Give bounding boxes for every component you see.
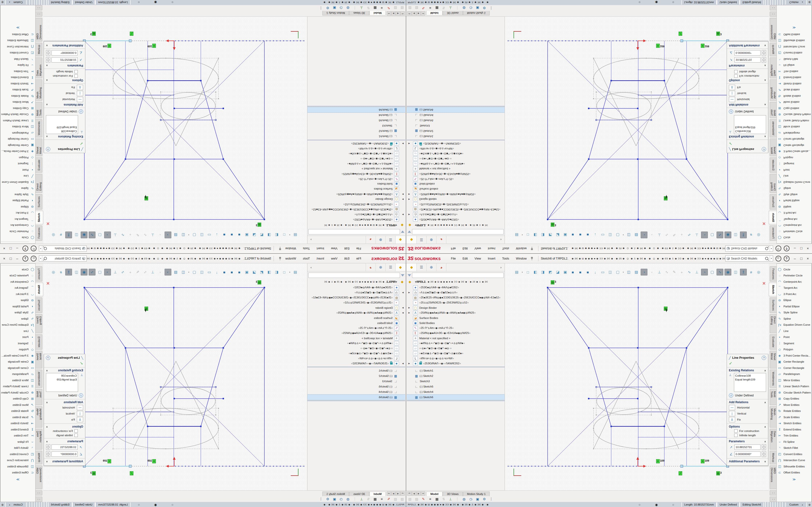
- sketch-tool-item[interactable]: ◫ Silhouette Entities: [0, 463, 35, 469]
- view-toolbar-icon[interactable]: ▤: [292, 269, 298, 275]
- sketch-tool-item[interactable]: ◝ Sketch Fillet: [0, 445, 35, 451]
- sketch-tool-item[interactable]: ⌣ Fit Spline: [777, 439, 812, 445]
- view-toolbar-icon[interactable]: ◨: [266, 232, 272, 238]
- help-icon[interactable]: ?: [762, 147, 766, 151]
- bottom-toolbar-icon[interactable]: ⇅: [366, 497, 371, 501]
- sketch-tool-item[interactable]: ◫ Silhouette Entities: [777, 38, 812, 44]
- sketch-tool-item[interactable]: ▪ Point: [0, 167, 35, 173]
- tab-nav-button[interactable]: ⏭: [387, 491, 391, 496]
- spinner[interactable]: ▲▼: [762, 50, 766, 56]
- view-toolbar-icon[interactable]: ■: [577, 269, 583, 275]
- tree-splitter[interactable]: [307, 400, 405, 401]
- view-toolbar-icon[interactable]: ▢: [709, 269, 715, 275]
- tab-nav-button[interactable]: ◀: [396, 11, 400, 16]
- search-box[interactable]: Search CAD Models ▾: [39, 245, 87, 251]
- sketch-tool-item[interactable]: ◌ Perimeter Circle: [0, 228, 35, 235]
- tree-row[interactable]: ▶ ★ ○253Є♣◎ΛΑΦ○◉○ΦΑΛ◎♣Є352○: [407, 217, 505, 222]
- relation-badge[interactable]: = 109: [701, 44, 709, 48]
- tab-nav-button[interactable]: ⏭: [421, 11, 425, 16]
- command-manager-tab[interactable]: Sheet Metal: [36, 351, 42, 369]
- window-control-button[interactable]: □: [800, 257, 802, 261]
- search-box[interactable]: Search CAD Models ▾: [725, 245, 773, 251]
- tree-row[interactable]: ▶ ◷ ○Λ♙◎♣25◉Ƨ○◉○Ƨ◉52♣◎♙Λ○: [307, 212, 405, 217]
- sketch-tool-item[interactable]: ◰ Convert Entities: [0, 451, 35, 457]
- sketch-tool-item[interactable]: ↧ Extend Entities: [0, 427, 35, 433]
- sketch-tool-item[interactable]: ◈ 3 Point Center Recta...: [0, 352, 35, 359]
- section-existing-relations[interactable]: Existing Relations ∧: [46, 369, 83, 372]
- view-toolbar-icon[interactable]: ▢: [97, 232, 103, 238]
- tab-nav-button[interactable]: ▶: [416, 491, 421, 496]
- bottom-toolbar-icon[interactable]: ▦: [434, 497, 440, 501]
- view-toolbar-icon[interactable]: ◎: [50, 269, 57, 275]
- command-manager-tab[interactable]: Mesh Modeling: [36, 79, 42, 101]
- tree-row[interactable]: ▶ ✎ ○25·Ո*♙Αm○◉○mΑ♙*Ո·25○: [307, 176, 405, 181]
- command-manager-tab[interactable]: Mesh Modeling: [36, 406, 42, 428]
- relation-badge[interactable]: = 109: [148, 44, 156, 48]
- chevron-up-icon[interactable]: ∧: [764, 64, 766, 67]
- sketch-tool-item[interactable]: ↗ Move Entities: [777, 99, 812, 106]
- sketch-row[interactable]: ▦ (-) Sketch2: [407, 373, 505, 379]
- view-toolbar-icon[interactable]: ◫: [73, 232, 80, 238]
- sketch-tool-item[interactable]: ✂ Trim Entities: [0, 68, 35, 74]
- sketch-tool-item[interactable]: ↗ Move Entities: [0, 402, 35, 408]
- view-toolbar-icon[interactable]: ■: [221, 232, 227, 238]
- sketch-tool-item[interactable]: ◯ Circle: [777, 266, 812, 273]
- tab-displaymanager[interactable]: ◕: [437, 236, 446, 243]
- view-toolbar-icon[interactable]: ▤: [514, 232, 520, 238]
- relation-badge[interactable]: ╱: [130, 32, 134, 36]
- view-toolbar-icon[interactable]: ⊥: [112, 269, 118, 275]
- view-toolbar-icon[interactable]: ▫: [157, 232, 163, 238]
- sketch-tool-item[interactable]: ◝ Sketch Fillet: [777, 445, 812, 451]
- view-toolbar-icon[interactable]: ▨: [172, 269, 179, 275]
- sketch-tool-item[interactable]: ◠ Centerpoint Arc: [0, 279, 35, 285]
- spinner[interactable]: ▲▼: [762, 444, 766, 450]
- bottom-toolbar-icon[interactable]: ◷: [468, 6, 473, 10]
- tree-row[interactable]: ▶ ◔ ○25♙◎25ИNЗЄ25○◉○25ЄЗNИ52◎♙52○: [307, 300, 405, 305]
- expander-icon[interactable]: ▶: [408, 198, 410, 201]
- view-toolbar-icon[interactable]: ■: [229, 269, 235, 275]
- sketch-row[interactable]: ∟ (-) Sketch5: [307, 384, 405, 389]
- view-toolbar-icon[interactable]: ▾: [188, 232, 190, 238]
- sketch-row[interactable]: ∟ (-) Sketch1: [407, 134, 505, 139]
- checkbox[interactable]: [734, 70, 738, 73]
- menu-item[interactable]: File: [356, 257, 361, 261]
- sketch-tool-item[interactable]: ⋂ Intersection Curve: [777, 44, 812, 50]
- sketch-tool-item[interactable]: ◈ 3 Point Center Recta...: [777, 149, 812, 155]
- account-icon[interactable]: [31, 246, 37, 251]
- chevron-up-icon[interactable]: ∧: [46, 401, 48, 404]
- bottom-toolbar-icon[interactable]: ✎: [386, 6, 391, 10]
- quick-access-garbled-icons[interactable]: ◉ · ◉ Є5 ◉ ♙ ◉ ƆƆ ◉ · ◉ ЗЄ ◉ ƆƆ ◉ ♣ ◉ ◉ …: [87, 258, 155, 260]
- section-add-relations[interactable]: Add Relations ∧: [729, 400, 766, 404]
- window-control-button[interactable]: ×: [3, 257, 5, 261]
- menu-item[interactable]: View: [331, 257, 338, 261]
- relation-badge[interactable]: = 109: [148, 459, 156, 463]
- command-manager-tab[interactable]: Direct Editing: [36, 314, 42, 333]
- bottom-toolbar-icon[interactable]: ▧: [407, 497, 412, 501]
- command-manager-tab[interactable]: Weldments: [36, 370, 42, 388]
- quick-access-garbled-icons[interactable]: ◉ ♙ ◉ ЗЄ ◉ · ◉: [631, 247, 651, 250]
- sketch-tool-item[interactable]: ⇥ Stretch Entities: [777, 80, 812, 87]
- tree-row[interactable]: ▶ ▢ Design Binder: [307, 197, 405, 202]
- sketch-row[interactable]: ∟ (-) Sketch4: [307, 389, 405, 394]
- view-toolbar-icon[interactable]: ✎: [671, 269, 677, 275]
- view-toolbar-icon[interactable]: ↓: [592, 232, 598, 238]
- document-tab[interactable]: 3D Views: [349, 492, 369, 496]
- sketch-tool-item[interactable]: ◝ Sketch Fillet: [777, 56, 812, 62]
- tab-propertymanager[interactable]: ☰: [417, 236, 426, 243]
- relation-badge[interactable]: ▨ 3: [90, 471, 96, 475]
- tab-displaymanager[interactable]: ◕: [437, 264, 446, 271]
- add-relation-row[interactable]: — Horizontal: [729, 405, 766, 410]
- expander-icon[interactable]: ▶: [402, 193, 404, 195]
- sketch-row[interactable]: ▦ (-) Sketch2: [307, 128, 405, 134]
- view-toolbar-icon[interactable]: #: [58, 232, 64, 238]
- sketch-tool-item[interactable]: ╱ Line: [777, 173, 812, 179]
- relation-type-icon[interactable]: ⚓: [77, 417, 83, 422]
- tab-nav-button[interactable]: ⏭: [421, 491, 425, 496]
- sketch-tool-item[interactable]: ⊖ Ellipse: [0, 297, 35, 303]
- view-toolbar-icon[interactable]: +: [127, 232, 134, 238]
- relation-badge[interactable]: ▨ 3: [551, 280, 556, 284]
- view-toolbar-icon[interactable]: ◫: [73, 269, 80, 275]
- command-manager-tab[interactable]: ⁚: [36, 5, 42, 10]
- sketch-tool-item[interactable]: ⊖ Ellipse: [777, 297, 812, 303]
- command-manager-tab[interactable]: Surfaces: [770, 194, 776, 210]
